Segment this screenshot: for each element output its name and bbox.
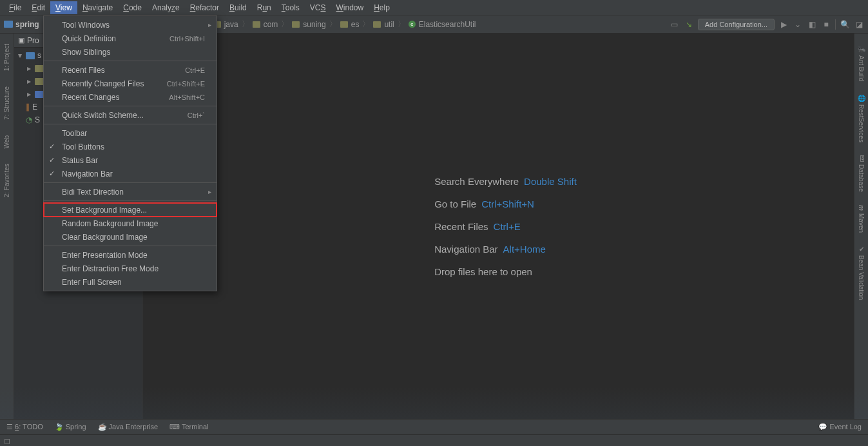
menu-item-enter-presentation-mode[interactable]: Enter Presentation Mode <box>44 248 217 262</box>
breadcrumb[interactable]: java〉 com〉 suning〉 es〉 util〉 cElasticsea… <box>213 19 476 30</box>
breadcrumb-seg[interactable]: java <box>224 20 238 29</box>
right-tool-strip: 🐜Ant Build 🌐RestServices 🗄Database mMave… <box>854 34 868 419</box>
menu-item-label: Enter Presentation Mode <box>62 251 148 260</box>
menu-item-recently-changed-files[interactable]: Recently Changed FilesCtrl+Shift+E <box>44 77 217 90</box>
menu-item-shortcut: Ctrl+` <box>188 112 205 119</box>
tool-project[interactable]: 1: Project <box>3 44 10 71</box>
menu-vcs[interactable]: VCS <box>305 1 331 14</box>
menu-code[interactable]: Code <box>118 1 147 14</box>
status-icon[interactable]: ◻ <box>4 436 10 445</box>
menu-item-show-siblings[interactable]: Show Siblings <box>44 45 217 59</box>
breadcrumb-seg[interactable]: util <box>384 20 394 29</box>
menu-help[interactable]: Help <box>369 1 395 14</box>
tool-database[interactable]: 🗄Database <box>858 155 865 192</box>
folder-icon <box>253 21 260 28</box>
menu-refactor[interactable]: Refactor <box>185 1 224 14</box>
coverage-icon[interactable]: ◧ <box>807 19 817 30</box>
tool-favorites[interactable]: 2: Favorites <box>3 164 10 197</box>
menu-item-label: Quick Definition <box>62 34 116 43</box>
tool-ant[interactable]: 🐜Ant Build <box>858 45 865 81</box>
menu-item-enter-distraction-free-mode[interactable]: Enter Distraction Free Mode <box>44 262 217 275</box>
window-icon: ▣ <box>18 36 24 44</box>
menu-run[interactable]: Run <box>252 1 276 14</box>
menu-item-recent-changes[interactable]: Recent ChangesAlt+Shift+C <box>44 90 217 104</box>
menu-item-quick-definition[interactable]: Quick DefinitionCtrl+Shift+I <box>44 32 217 45</box>
folder-icon <box>340 21 348 28</box>
tool-java-ee[interactable]: ☕ Java Enterprise <box>98 423 159 431</box>
placeholder-label: Recent Files <box>434 221 488 232</box>
folder-icon <box>35 78 44 85</box>
menu-view[interactable]: View <box>50 1 77 14</box>
placeholder-shortcut: Ctrl+E <box>494 221 521 232</box>
tool-bean-validation[interactable]: ✔Bean Validation <box>858 246 865 300</box>
menu-item-random-background-image[interactable]: Random Background Image <box>44 217 217 230</box>
menu-item-label: Recent Changes <box>62 93 119 102</box>
breadcrumb-seg[interactable]: ElasticsearchUtil <box>419 20 476 29</box>
menu-item-label: Enter Distraction Free Mode <box>62 264 159 273</box>
menu-file[interactable]: File <box>4 1 26 14</box>
menu-item-navigation-bar[interactable]: Navigation Bar <box>44 167 217 180</box>
menu-item-shortcut: Ctrl+E <box>185 66 205 74</box>
display-icon[interactable]: ▭ <box>670 19 680 30</box>
menu-item-quick-switch-scheme[interactable]: Quick Switch Scheme...Ctrl+` <box>44 108 217 122</box>
menu-item-toolbar[interactable]: Toolbar <box>44 126 217 140</box>
menu-item-tool-buttons[interactable]: Tool Buttons <box>44 140 217 153</box>
menu-item-label: Clear Background Image <box>62 233 148 242</box>
status-bar: ◻ <box>0 434 868 446</box>
menu-tools[interactable]: Tools <box>276 1 305 14</box>
menu-item-label: Set Background Image... <box>62 206 147 215</box>
add-configuration-button[interactable]: Add Configuration... <box>698 19 775 30</box>
tree-item[interactable]: s <box>37 51 41 60</box>
menu-edit[interactable]: Edit <box>26 1 50 14</box>
menu-window[interactable]: Window <box>331 1 369 14</box>
menu-item-label: Status Bar <box>62 156 98 165</box>
folder-icon <box>26 52 35 59</box>
menu-navigate[interactable]: Navigate <box>77 1 118 14</box>
menu-item-shortcut: Ctrl+Shift+I <box>169 35 205 43</box>
run-icon[interactable]: ▶ <box>778 19 789 30</box>
left-tool-strip: 1: Project 7: Structure Web 2: Favorites <box>0 34 14 419</box>
breadcrumb-seg[interactable]: suning <box>303 20 325 29</box>
menu-item-shortcut: Alt+Shift+C <box>169 93 205 101</box>
folder-icon <box>35 91 44 98</box>
tree-item[interactable]: S <box>35 115 40 124</box>
menu-item-label: Navigation Bar <box>62 170 113 179</box>
folder-icon <box>292 21 300 28</box>
placeholder-label: Drop files here to open <box>434 266 532 277</box>
menu-item-tool-windows[interactable]: Tool Windows <box>44 18 217 32</box>
tool-structure[interactable]: 7: Structure <box>3 86 10 120</box>
placeholder-label: Navigation Bar <box>434 244 497 255</box>
window-icon[interactable]: ◪ <box>854 19 864 30</box>
project-tool-title: Pro <box>27 36 39 45</box>
hammer-icon[interactable]: ↘ <box>684 19 694 30</box>
placeholder-row: Go to FileCtrl+Shift+N <box>434 199 577 209</box>
tool-rest[interactable]: 🌐RestServices <box>858 94 865 142</box>
stop-icon[interactable]: ■ <box>821 19 831 30</box>
tool-maven[interactable]: mMaven <box>858 205 865 233</box>
menu-item-label: Quick Switch Scheme... <box>62 111 144 120</box>
menu-item-bidi-text-direction[interactable]: Bidi Text Direction <box>44 185 217 199</box>
breadcrumb-seg[interactable]: es <box>351 20 360 29</box>
tool-todo[interactable]: ☰ 6: TODO <box>6 423 43 431</box>
tool-web[interactable]: Web <box>3 135 10 148</box>
debug-icon[interactable]: ⌄ <box>793 19 803 30</box>
breadcrumb-seg[interactable]: com <box>264 20 278 29</box>
tool-spring[interactable]: 🍃 Spring <box>55 423 86 431</box>
menu-item-status-bar[interactable]: Status Bar <box>44 153 217 167</box>
tool-terminal[interactable]: ⌨ Terminal <box>169 423 208 431</box>
project-name[interactable]: spring <box>4 20 39 29</box>
menu-item-recent-files[interactable]: Recent FilesCtrl+E <box>44 63 217 77</box>
menu-item-set-background-image[interactable]: Set Background Image... <box>44 203 217 217</box>
placeholder-shortcut: Double Shift <box>524 176 577 187</box>
search-icon[interactable]: 🔍 <box>840 19 850 30</box>
menu-item-enter-full-screen[interactable]: Enter Full Screen <box>44 275 217 289</box>
project-name-label: spring <box>15 20 39 29</box>
event-log[interactable]: 💬 Event Log <box>818 423 862 431</box>
menu-item-clear-background-image[interactable]: Clear Background Image <box>44 230 217 244</box>
placeholder-row: Navigation BarAlt+Home <box>434 244 577 255</box>
menu-analyze[interactable]: Analyze <box>147 1 185 14</box>
menu-build[interactable]: Build <box>224 1 252 14</box>
folder-icon <box>35 65 44 72</box>
tree-item[interactable]: E <box>32 102 37 112</box>
menu-item-label: Random Background Image <box>62 219 158 228</box>
